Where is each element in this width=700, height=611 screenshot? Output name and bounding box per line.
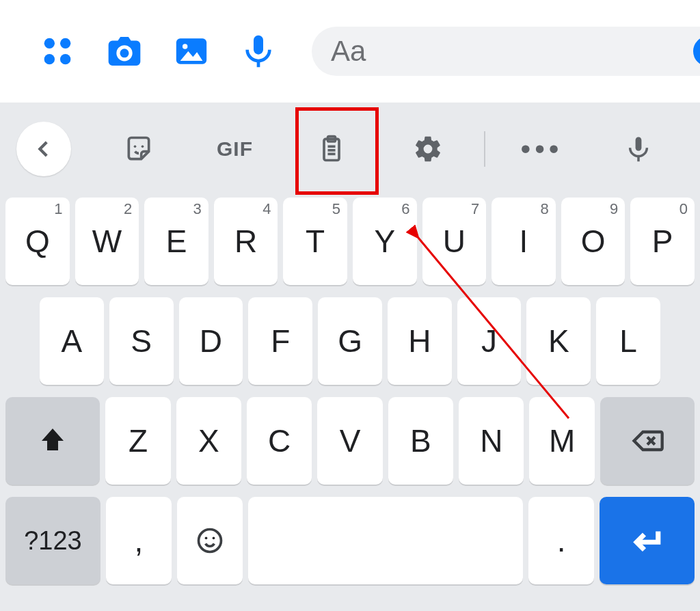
key-backspace[interactable] (600, 397, 695, 485)
emoji-picker-icon[interactable] (692, 35, 700, 68)
key-d[interactable]: D (179, 297, 243, 385)
gallery-icon[interactable] (172, 32, 211, 70)
svg-point-2 (44, 54, 55, 64)
key-t[interactable]: T5 (283, 198, 347, 285)
svg-point-21 (204, 537, 207, 540)
key-emoji[interactable] (177, 497, 243, 584)
voice-typing-icon[interactable] (593, 122, 684, 176)
message-input-wrap[interactable] (312, 27, 700, 76)
key-symbols[interactable]: ?123 (5, 497, 100, 584)
key-u[interactable]: U7 (422, 198, 487, 285)
key-c[interactable]: C (247, 397, 312, 485)
svg-point-20 (198, 530, 221, 552)
svg-point-11 (141, 145, 144, 148)
key-r[interactable]: R4 (214, 198, 278, 285)
key-rows: Q1 W2 E3 R4 T5 Y6 U7 I8 O9 P0 A S D F G … (0, 195, 700, 611)
key-x[interactable]: X (176, 397, 241, 485)
svg-point-0 (44, 38, 55, 49)
sticker-icon[interactable] (93, 122, 184, 176)
svg-rect-6 (254, 36, 263, 55)
key-s[interactable]: S (109, 297, 174, 385)
key-enter[interactable] (600, 497, 695, 584)
gif-button[interactable]: GIF (189, 122, 280, 176)
svg-point-22 (212, 537, 215, 540)
svg-point-10 (133, 145, 136, 148)
settings-icon[interactable] (382, 122, 473, 176)
keyboard-toolbar: GIF ••• (0, 103, 700, 195)
key-h[interactable]: H (388, 297, 452, 385)
key-q[interactable]: Q1 (5, 198, 70, 285)
key-row-3: Z X C V B N M (5, 397, 695, 485)
apps-icon[interactable] (38, 32, 77, 70)
key-comma[interactable]: , (106, 497, 172, 584)
toolbar-separator (484, 131, 485, 167)
keyboard: GIF ••• Q1 W2 E3 R4 T5 Y6 U7 I8 O9 P0 A (0, 103, 700, 611)
key-k[interactable]: K (526, 297, 591, 385)
svg-point-1 (60, 38, 70, 49)
more-icon[interactable]: ••• (496, 122, 587, 176)
svg-point-7 (693, 36, 700, 66)
key-space[interactable] (248, 497, 524, 584)
key-n[interactable]: N (459, 397, 524, 485)
key-e[interactable]: E3 (144, 198, 208, 285)
key-g[interactable]: G (318, 297, 382, 385)
key-period[interactable]: . (528, 497, 594, 584)
key-w[interactable]: W2 (75, 198, 139, 285)
key-a[interactable]: A (40, 297, 104, 385)
message-input[interactable] (331, 35, 692, 68)
key-i[interactable]: I8 (492, 198, 556, 285)
key-f[interactable]: F (248, 297, 312, 385)
key-shift[interactable] (5, 397, 100, 485)
key-y[interactable]: Y6 (353, 198, 417, 285)
voice-message-icon[interactable] (239, 32, 278, 70)
key-o[interactable]: O9 (561, 198, 625, 285)
key-m[interactable]: M (529, 397, 594, 485)
keyboard-collapse-button[interactable] (16, 122, 71, 176)
key-b[interactable]: B (388, 397, 453, 485)
svg-rect-17 (635, 137, 641, 150)
key-v[interactable]: V (317, 397, 382, 485)
key-row-1: Q1 W2 E3 R4 T5 Y6 U7 I8 O9 P0 (5, 198, 695, 285)
svg-point-5 (183, 44, 187, 49)
key-row-4: ?123 , . (5, 497, 695, 584)
key-j[interactable]: J (457, 297, 522, 385)
camera-icon[interactable] (105, 32, 144, 70)
key-row-2: A S D F G H J K L (5, 297, 695, 385)
clipboard-icon[interactable] (286, 122, 377, 176)
key-z[interactable]: Z (105, 397, 170, 485)
key-l[interactable]: L (596, 297, 660, 385)
key-p[interactable]: P0 (630, 198, 695, 285)
svg-point-3 (60, 54, 70, 64)
messenger-compose-bar (0, 0, 700, 103)
